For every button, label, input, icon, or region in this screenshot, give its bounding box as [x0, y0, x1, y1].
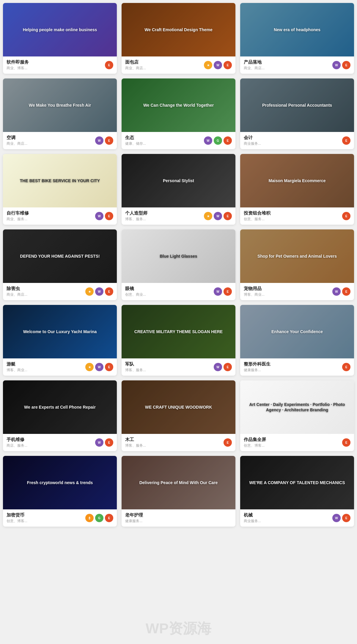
card-text: 作品集全屏 创意、博客...: [244, 437, 266, 448]
card-title: 会计: [244, 135, 261, 141]
card-bike[interactable]: THE BEST BIKE SERVICE IN YOUR CITY 自行车维修…: [3, 154, 117, 225]
card-headline: We Make You Breathe Fresh Air: [29, 103, 91, 108]
card-aircon[interactable]: We Make You Breathe Fresh Air 空调 商业、商店..…: [3, 78, 117, 149]
card-headline: Personal Stylist: [163, 178, 194, 183]
card-mechanic[interactable]: WE'RE A COMPANY OF TALENTED MECHANICS 机械…: [240, 456, 354, 527]
card-crypto[interactable]: Fresh cryptoworld news & trends 加密货币 创意、…: [3, 456, 117, 527]
card-thumbnail: Welcome to Our Luxury Yacht Marina: [3, 305, 117, 358]
card-text: 整形外科医生 健康服务...: [244, 361, 270, 373]
card-thumbnail: CREATIVE MILITARY THEME SLOGAN HERE: [122, 305, 235, 358]
card-badges: E: [342, 438, 350, 447]
card-badges: ★WE: [204, 212, 232, 220]
card-elderly[interactable]: Delivering Peace of Mind With Our Care 老…: [122, 456, 235, 527]
card-product[interactable]: New era of headphones 产品落地 商业、商店... WE: [240, 3, 354, 74]
badge-e: E: [224, 287, 232, 296]
card-text: 个人造型师 博客、服务...: [125, 210, 147, 222]
card-eco[interactable]: We Can Change the World Together 生态 健康、储…: [122, 78, 235, 149]
card-info: 投资组合堆积 创意、服务... E: [240, 207, 354, 225]
card-thumbnail: Enhance Your Confidence: [240, 305, 354, 358]
thumb-inner: THE BEST BIKE SERVICE IN YOUR CITY: [3, 154, 117, 207]
card-text: 投资组合堆积 创意、服务...: [244, 210, 270, 222]
card-thumbnail: THE BEST BIKE SERVICE IN YOUR CITY: [3, 154, 117, 207]
card-headline: Shop for Pet Owners and Animal Lovers: [257, 253, 337, 259]
card-headline: Art Center · Daily Experiments · Portfol…: [243, 402, 351, 412]
badge-e: E: [105, 514, 113, 522]
card-badges: ₿GE: [85, 514, 113, 522]
badge-b: ₿: [85, 514, 94, 522]
card-info: 产品落地 商业、商店... WE: [240, 56, 354, 74]
card-headline: DEFEND YOUR HOME AGAINST PESTS!: [20, 253, 100, 259]
badge-e: E: [342, 136, 350, 145]
card-subtitle: 创意、商业...: [125, 292, 146, 297]
card-badges: ★WE: [204, 61, 232, 69]
card-info: 自行车维修 商业、服务... WE: [3, 207, 117, 225]
card-portfolio[interactable]: Art Center · Daily Experiments · Portfol…: [240, 380, 354, 451]
badge-g: G: [214, 136, 222, 145]
card-thumbnail: WE'RE A COMPANY OF TALENTED MECHANICS: [240, 456, 354, 509]
card-info: 会计 商业服务... E: [240, 132, 354, 149]
card-text: 生态 健康、储存...: [125, 135, 146, 146]
card-saas[interactable]: Helping people make online business 软件即服…: [3, 3, 117, 74]
card-subtitle: 商业、商店...: [7, 141, 27, 146]
card-badges: E: [342, 363, 350, 371]
badge-woo: W: [332, 61, 341, 69]
thumb-inner: We are Experts at Cell Phone Repair: [3, 380, 117, 434]
badge-star: ★: [204, 212, 212, 220]
card-title: 木工: [125, 437, 146, 443]
badge-e: E: [105, 363, 113, 371]
card-text: 眼镜 创意、商业...: [125, 286, 146, 297]
card-badges: ★WE: [85, 363, 113, 371]
card-thumbnail: We Craft Emotional Design Theme: [122, 3, 235, 56]
card-text: 加密货币 创意、博客...: [7, 512, 27, 524]
card-info: 面包店 商业、商店... ★WE: [122, 56, 235, 74]
card-thumbnail: Art Center · Daily Experiments · Portfol…: [240, 380, 354, 434]
card-yacht[interactable]: Welcome to Our Luxury Yacht Marina 游艇 博客…: [3, 305, 117, 376]
card-title: 投资组合堆积: [244, 210, 270, 216]
card-badges: WE: [95, 212, 113, 220]
card-pest[interactable]: DEFEND YOUR HOME AGAINST PESTS! 除害虫 商业、商…: [3, 229, 117, 300]
card-title: 手机维修: [7, 437, 27, 443]
card-subtitle: 博客、商业...: [244, 292, 265, 297]
card-title: 除害虫: [7, 286, 27, 292]
card-pet[interactable]: Shop for Pet Owners and Animal Lovers 宠物…: [240, 229, 354, 300]
card-stylist[interactable]: Personal Stylist 个人造型师 博客、服务... ★WE: [122, 154, 235, 225]
card-info: 军队 博客、服务... WE: [122, 358, 235, 376]
card-title: 面包店: [125, 59, 146, 65]
card-wood[interactable]: WE CRAFT UNIQUE WOODWORK 木工 博客、服务... E: [122, 380, 235, 451]
thumb-inner: CREATIVE MILITARY THEME SLOGAN HERE: [122, 305, 235, 358]
card-text: 自行车维修 商业、服务...: [7, 210, 29, 222]
card-info: 个人造型师 博客、服务... ★WE: [122, 207, 235, 225]
card-account[interactable]: Professional Personal Accountants 会计 商业服…: [240, 78, 354, 149]
card-glasses[interactable]: Blue Light Glasses 眼镜 创意、商业... WE: [122, 229, 235, 300]
card-headline: Blue Light Glasses: [160, 253, 197, 259]
card-text: 游艇 博客、商业...: [7, 361, 27, 373]
card-thumbnail: DEFEND YOUR HOME AGAINST PESTS!: [3, 229, 117, 283]
card-fashion[interactable]: Maison Margiela Ecommerce 投资组合堆积 创意、服务..…: [240, 154, 354, 225]
badge-e: E: [224, 61, 232, 69]
card-thumbnail: Shop for Pet Owners and Animal Lovers: [240, 229, 354, 283]
badge-e: E: [342, 438, 350, 447]
thumb-inner: Welcome to Our Luxury Yacht Marina: [3, 305, 117, 358]
card-headline: WE'RE A COMPANY OF TALENTED MECHANICS: [249, 480, 345, 485]
card-badges: ★WE: [85, 287, 113, 296]
card-info: 作品集全屏 创意、博客... E: [240, 434, 354, 451]
card-subtitle: 创意、服务...: [244, 217, 270, 222]
card-info: 软件即服务 商业、博客... E: [3, 56, 117, 74]
thumb-inner: Art Center · Daily Experiments · Portfol…: [240, 380, 354, 434]
thumb-inner: Delivering Peace of Mind With Our Care: [122, 456, 235, 509]
cards-grid: Helping people make online business 软件即服…: [3, 3, 354, 527]
card-info: 游艇 博客、商业... ★WE: [3, 358, 117, 376]
badge-woo: W: [95, 363, 103, 371]
card-military[interactable]: CREATIVE MILITARY THEME SLOGAN HERE 军队 博…: [122, 305, 235, 376]
card-headline: We Can Change the World Together: [143, 103, 214, 108]
card-info: 眼镜 创意、商业... WE: [122, 283, 235, 300]
card-info: 生态 健康、储存... WGE: [122, 132, 235, 149]
card-phone[interactable]: We are Experts at Cell Phone Repair 手机维修…: [3, 380, 117, 451]
card-surgery[interactable]: Enhance Your Confidence 整形外科医生 健康服务... E: [240, 305, 354, 376]
card-info: 加密货币 创意、博客... ₿GE: [3, 509, 117, 527]
card-info: 手机维修 商店、服务... WE: [3, 434, 117, 451]
card-text: 空调 商业、商店...: [7, 135, 27, 146]
card-title: 自行车维修: [7, 210, 29, 216]
thumb-inner: Shop for Pet Owners and Animal Lovers: [240, 229, 354, 283]
card-bakery[interactable]: We Craft Emotional Design Theme 面包店 商业、商…: [122, 3, 235, 74]
